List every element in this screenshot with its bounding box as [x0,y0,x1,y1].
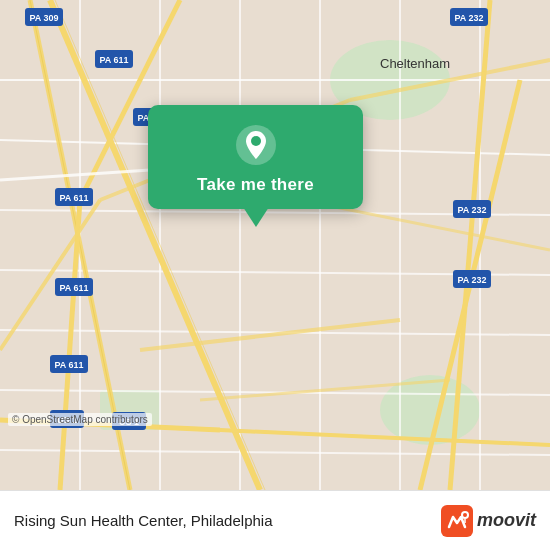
svg-text:PA 611: PA 611 [59,283,88,293]
bottom-bar: Rising Sun Health Center, Philadelphia m… [0,490,550,550]
svg-text:PA 611: PA 611 [59,193,88,203]
svg-text:PA 232: PA 232 [457,205,486,215]
attribution-text: © OpenStreetMap contributors [12,414,148,425]
map-attribution: © OpenStreetMap contributors [8,413,152,426]
popup-card[interactable]: Take me there [148,105,363,209]
moovit-logo: moovit [441,505,536,537]
svg-text:PA 232: PA 232 [454,13,483,23]
location-title: Rising Sun Health Center, Philadelphia [14,512,441,529]
svg-text:PA 309: PA 309 [29,13,58,23]
location-pin-icon [234,123,278,167]
svg-text:PA 232: PA 232 [457,275,486,285]
svg-text:PA 611: PA 611 [54,360,83,370]
svg-point-62 [463,513,467,517]
map-container: PA 309 PA 232 PA 611 PA 611 PA 611 PA 61… [0,0,550,490]
svg-text:Cheltenham: Cheltenham [380,56,450,71]
svg-text:PA 611: PA 611 [99,55,128,65]
svg-point-59 [251,136,261,146]
moovit-brand-text: moovit [477,510,536,531]
moovit-brand-icon [441,505,473,537]
take-me-there-button[interactable]: Take me there [197,175,314,195]
